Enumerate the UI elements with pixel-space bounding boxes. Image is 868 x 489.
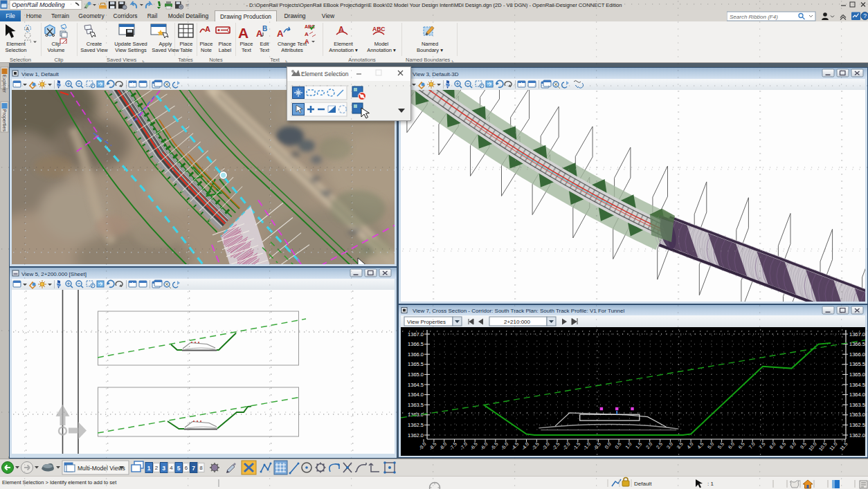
svg-text:A: A: [26, 26, 30, 31]
svg-text:A: A: [305, 31, 309, 37]
svg-text:View 5, 2+200.000 [Sheet]: View 5, 2+200.000 [Sheet]: [21, 271, 87, 277]
svg-text:1367.0: 1367.0: [408, 331, 424, 338]
svg-text:3: 3: [162, 465, 165, 472]
svg-text:B: B: [262, 25, 267, 33]
svg-text:1362.5: 1362.5: [849, 422, 865, 428]
svg-text:1363.5: 1363.5: [408, 402, 424, 408]
svg-text:1362.0: 1362.0: [849, 432, 865, 439]
svg-text:1366.0: 1366.0: [408, 351, 424, 358]
svg-text:View 7, Cross Section - Corrid: View 7, Cross Section - Corridor: South …: [413, 308, 624, 314]
svg-text:1366.5: 1366.5: [408, 341, 424, 347]
svg-text:1364.5: 1364.5: [408, 382, 424, 388]
svg-text:1364.5: 1364.5: [849, 382, 865, 388]
svg-text:1362.0: 1362.0: [408, 432, 424, 439]
svg-text:8: 8: [199, 465, 203, 471]
svg-text:?: ?: [863, 12, 867, 19]
svg-text:7: 7: [192, 465, 195, 472]
svg-text:=: =: [186, 1, 189, 8]
svg-text:1365.5: 1365.5: [408, 361, 424, 367]
svg-text:1363.0: 1363.0: [849, 412, 865, 418]
svg-text:OpenRail Modeling: OpenRail Modeling: [12, 1, 65, 8]
svg-text:Multi-Model Views: Multi-Model Views: [78, 465, 125, 472]
svg-text:: 1: : 1: [707, 481, 714, 487]
svg-text:A: A: [205, 25, 210, 33]
svg-text:View 3, Default-3D: View 3, Default-3D: [413, 71, 459, 77]
svg-text:4: 4: [170, 465, 173, 471]
svg-text:1365.5: 1365.5: [849, 361, 865, 367]
svg-text:1365.0: 1365.0: [849, 371, 865, 378]
svg-text:- D:\OpenRail Projects\OpenRai: - D:\OpenRail Projects\OpenRail EBook Pr…: [246, 2, 622, 8]
svg-text:Default: Default: [634, 481, 652, 487]
svg-text:View 1, Default: View 1, Default: [21, 71, 59, 77]
svg-text:1363.0: 1363.0: [408, 412, 424, 418]
svg-text:1366.0: 1366.0: [849, 351, 865, 358]
svg-text:1367.0: 1367.0: [849, 331, 865, 338]
svg-text:A: A: [277, 28, 284, 39]
svg-text:1364.0: 1364.0: [849, 391, 865, 398]
svg-text:View Properties: View Properties: [407, 319, 446, 325]
svg-text:Search Ribbon (F4): Search Ribbon (F4): [730, 14, 778, 20]
svg-text:2+210:000: 2+210:000: [504, 319, 531, 325]
svg-text:1362.5: 1362.5: [408, 422, 424, 428]
svg-text:A: A: [238, 25, 248, 41]
svg-text:5: 5: [177, 465, 181, 472]
svg-text:Element Selection: Element Selection: [301, 71, 349, 77]
svg-text:1363.5: 1363.5: [849, 402, 865, 408]
svg-text:1365.0: 1365.0: [408, 371, 424, 378]
svg-text:2: 2: [155, 465, 159, 471]
svg-text:1: 1: [147, 465, 151, 472]
svg-text:6: 6: [185, 465, 188, 471]
svg-text:1364.0: 1364.0: [408, 391, 424, 398]
svg-text:A: A: [305, 38, 309, 44]
